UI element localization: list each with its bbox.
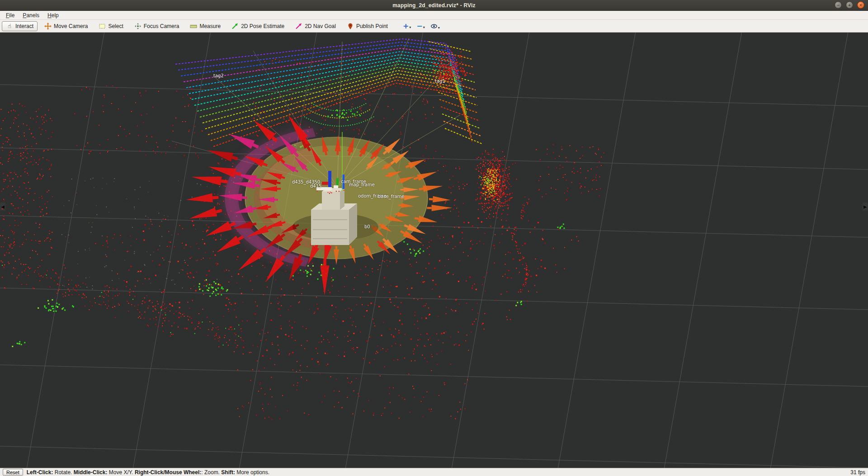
tool-focus-camera[interactable]: Focus Camera: [130, 21, 184, 31]
chevron-down-icon: ▾: [409, 26, 411, 29]
close-button[interactable]: ×: [857, 1, 864, 9]
add-tool-button[interactable]: + ▾: [401, 23, 413, 30]
minimize-button[interactable]: −: [835, 1, 842, 9]
move-camera-icon: [44, 23, 52, 30]
map-pin-icon: [347, 23, 354, 30]
statusbar: Reset Left-Click: Rotate. Middle-Click: …: [0, 468, 868, 476]
menu-panels[interactable]: Panels: [19, 11, 43, 19]
tool-label: Interact: [15, 23, 33, 29]
render-viewport[interactable]: ◀ ▶: [0, 33, 868, 468]
tool-move-camera[interactable]: Move Camera: [40, 21, 92, 31]
tool-2d-pose-estimate[interactable]: 2D Pose Estimate: [227, 21, 288, 31]
menu-help[interactable]: Help: [43, 11, 63, 19]
maximize-button[interactable]: +: [846, 1, 853, 9]
tool-label: Move Camera: [54, 23, 88, 29]
viewport-canvas[interactable]: [0, 33, 868, 468]
hand-cursor-icon: ☝: [6, 23, 13, 30]
tool-label: 2D Pose Estimate: [241, 23, 284, 29]
green-arrow-icon: [231, 23, 239, 30]
selection-box-icon: [99, 23, 106, 30]
tool-label: Focus Camera: [144, 23, 179, 29]
eye-icon: [430, 23, 438, 30]
rviz-window: mapping_2d_edited.rviz* - RViz − + × Fil…: [0, 0, 868, 476]
tool-select[interactable]: Select: [94, 21, 127, 31]
toolbar: ☝ Interact Move Camera Select Focus Came…: [0, 20, 868, 33]
chevron-down-icon: ▾: [423, 26, 425, 29]
tool-interact[interactable]: ☝ Interact: [2, 21, 38, 31]
left-panel-expand-arrow[interactable]: ◀: [0, 203, 5, 211]
tool-measure[interactable]: Measure: [186, 21, 225, 31]
tool-label: Publish Point: [356, 23, 388, 29]
menu-file[interactable]: File: [2, 11, 19, 19]
menubar: File Panels Help: [0, 11, 868, 20]
reset-button[interactable]: Reset: [3, 469, 23, 476]
tool-label: Measure: [199, 23, 221, 29]
magenta-arrow-icon: [295, 23, 302, 30]
tool-label: 2D Nav Goal: [305, 23, 336, 29]
plus-icon: +: [403, 23, 409, 29]
minus-icon: −: [416, 23, 422, 29]
focus-crosshair-icon: [134, 23, 142, 30]
mouse-help-text: Left-Click: Rotate. Middle-Click: Move X…: [27, 469, 269, 476]
tool-label: Select: [108, 23, 123, 29]
tool-management-buttons: + ▾ − ▾ ▾: [401, 22, 442, 30]
tool-publish-point[interactable]: Publish Point: [343, 21, 392, 31]
tool-2d-nav-goal[interactable]: 2D Nav Goal: [291, 21, 340, 31]
chevron-down-icon: ▾: [438, 26, 440, 30]
window-controls: − + ×: [835, 1, 864, 9]
fps-counter: 31 fps: [850, 469, 865, 476]
right-panel-expand-arrow[interactable]: ▶: [863, 203, 868, 211]
titlebar[interactable]: mapping_2d_edited.rviz* - RViz − + ×: [0, 0, 868, 11]
window-title: mapping_2d_edited.rviz* - RViz: [392, 2, 476, 9]
tool-visibility-button[interactable]: ▾: [429, 22, 442, 30]
ruler-icon: [190, 23, 197, 30]
remove-tool-button[interactable]: − ▾: [415, 23, 426, 30]
